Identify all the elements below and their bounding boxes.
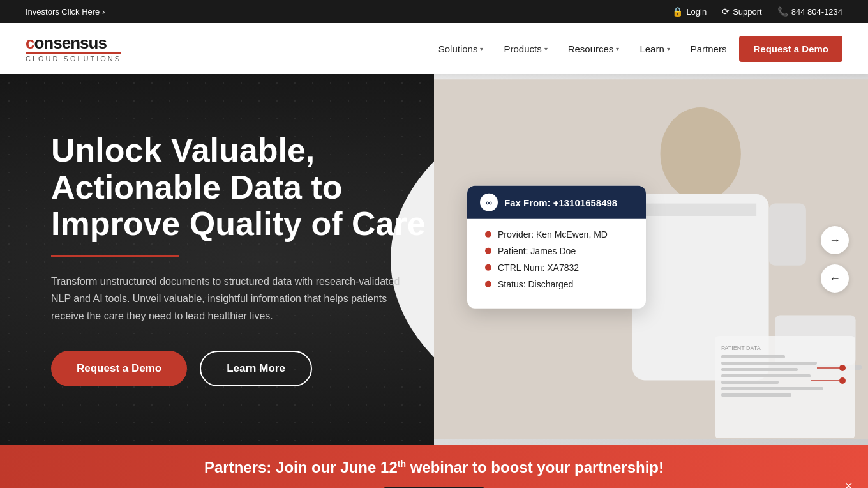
logo-rest: onsensus xyxy=(34,33,106,52)
banner-text-after: webinar to boost your partnership! xyxy=(406,459,664,476)
banner-superscript: th xyxy=(398,459,406,469)
nav-products-link[interactable]: Products ▾ xyxy=(496,38,555,59)
fax-row-3-label: CTRL Num: XA7832 xyxy=(498,263,579,273)
hero-section: PATIENT DATA Unlock Valuable, Actionable… xyxy=(0,74,868,445)
phone-link[interactable]: 📞 844 804-1234 xyxy=(777,6,842,17)
login-link[interactable]: 🔒 Login xyxy=(672,6,707,17)
login-label: Login xyxy=(686,7,707,17)
nav-links: Solutions ▾ Products ▾ Resources ▾ Learn… xyxy=(431,36,842,62)
nav-resources-link[interactable]: Resources ▾ xyxy=(560,38,627,59)
fax-icon-symbol: ∞ xyxy=(486,197,492,208)
fax-card-header: ∞ Fax From: +13101658498 xyxy=(467,186,646,219)
chevron-down-icon-4: ▾ xyxy=(667,45,670,52)
fax-row-1: Provider: Ken McEwen, MD xyxy=(485,229,628,240)
fax-row-2-label: Patient: James Doe xyxy=(498,246,576,256)
phone-number: 844 804-1234 xyxy=(791,7,842,17)
hero-description: Transform unstructured documents to stru… xyxy=(51,273,408,325)
chevron-down-icon-3: ▾ xyxy=(616,45,619,52)
hero-divider xyxy=(51,255,179,257)
support-link[interactable]: ⟳ Support xyxy=(722,6,762,17)
lock-icon: 🔒 xyxy=(672,6,683,17)
close-icon: × xyxy=(844,478,853,488)
fax-dot-2 xyxy=(485,248,491,254)
nav-item-products[interactable]: Products ▾ xyxy=(496,38,555,59)
hero-buttons: Request a Demo Learn More xyxy=(51,351,461,386)
nav-resources-label: Resources xyxy=(568,43,614,54)
fax-dot-3 xyxy=(485,264,491,271)
top-bar: Investors Click Here › 🔒 Login ⟳ Support… xyxy=(0,0,868,23)
nav-learn-label: Learn xyxy=(640,43,664,54)
banner-text-before: Partners: Join our June 12 xyxy=(204,459,398,476)
nav-cta-wrap[interactable]: Request a Demo xyxy=(739,36,842,62)
chevron-down-icon: ▾ xyxy=(480,45,483,52)
nav-cta-label: Request a Demo xyxy=(753,43,828,54)
fax-row-1-label: Provider: Ken McEwen, MD xyxy=(498,229,608,240)
nav-item-learn[interactable]: Learn ▾ xyxy=(632,38,677,59)
nav-learn-link[interactable]: Learn ▾ xyxy=(632,38,677,59)
logo-text: consensus Cloud Solutions xyxy=(26,34,121,63)
top-bar-right: 🔒 Login ⟳ Support 📞 844 804-1234 xyxy=(672,6,842,17)
nav-products-label: Products xyxy=(504,43,541,54)
nav-solutions-link[interactable]: Solutions ▾ xyxy=(431,38,491,59)
logo[interactable]: consensus Cloud Solutions xyxy=(26,34,121,63)
fax-row-3: CTRL Num: XA7832 xyxy=(485,263,628,273)
support-label: Support xyxy=(733,7,762,17)
fax-dot-1 xyxy=(485,231,491,238)
fax-card-title: Fax From: +13101658498 xyxy=(504,197,617,208)
learn-more-button[interactable]: Learn More xyxy=(200,351,312,386)
slider-prev-button[interactable]: ← xyxy=(821,264,849,293)
fax-row-4: Status: Discharged xyxy=(485,279,628,289)
fax-card: ∞ Fax From: +13101658498 Provider: Ken M… xyxy=(467,186,646,309)
hero-content: Unlock Valuable, Actionable Data to Impr… xyxy=(0,74,868,445)
nav-cta-button[interactable]: Request a Demo xyxy=(739,36,842,62)
investors-link-wrap[interactable]: Investors Click Here › xyxy=(26,7,105,17)
nav-item-resources[interactable]: Resources ▾ xyxy=(560,38,627,59)
investors-link[interactable]: Investors Click Here › xyxy=(26,7,105,17)
request-demo-label: Request a Demo xyxy=(77,362,161,374)
logo-main: consensus xyxy=(26,34,121,51)
logo-co: c xyxy=(26,33,34,52)
fax-dot-4 xyxy=(485,281,491,287)
nav-partners-link[interactable]: Partners xyxy=(683,38,735,59)
nav-partners-label: Partners xyxy=(691,43,727,54)
request-demo-button[interactable]: Request a Demo xyxy=(51,351,187,386)
banner-close-button[interactable]: × xyxy=(844,478,853,488)
nav-solutions-label: Solutions xyxy=(438,43,478,54)
fax-row-2: Patient: James Doe xyxy=(485,246,628,256)
fax-logo-icon: ∞ xyxy=(480,194,498,211)
chevron-down-icon-2: ▾ xyxy=(544,45,548,52)
hero-left: Unlock Valuable, Actionable Data to Impr… xyxy=(51,132,486,386)
nav-item-partners[interactable]: Partners xyxy=(683,38,735,59)
logo-sub: Cloud Solutions xyxy=(26,52,121,63)
support-icon: ⟳ xyxy=(722,6,730,17)
partners-banner: Partners: Join our June 12th webinar to … xyxy=(0,445,868,488)
navbar: consensus Cloud Solutions Solutions ▾ Pr… xyxy=(0,23,868,74)
fax-row-4-label: Status: Discharged xyxy=(498,279,573,289)
slider-nav: → ← xyxy=(821,226,849,293)
hero-title: Unlock Valuable, Actionable Data to Impr… xyxy=(51,132,461,242)
phone-icon: 📞 xyxy=(777,6,788,17)
nav-item-solutions[interactable]: Solutions ▾ xyxy=(431,38,491,59)
learn-more-label: Learn More xyxy=(227,362,285,374)
banner-text: Partners: Join our June 12th webinar to … xyxy=(204,459,664,477)
slider-next-button[interactable]: → xyxy=(821,226,849,254)
